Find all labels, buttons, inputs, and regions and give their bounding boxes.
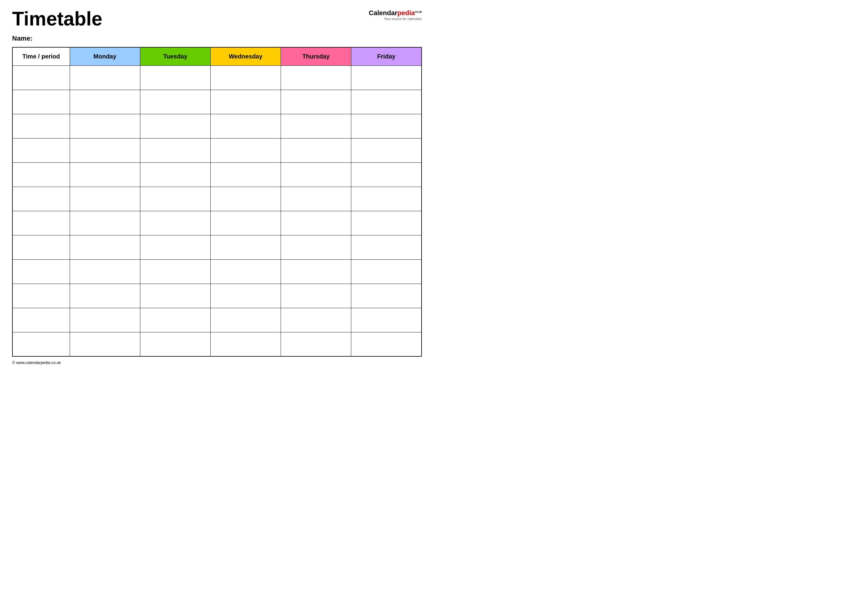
table-cell[interactable] (210, 65, 281, 90)
table-cell[interactable] (210, 211, 281, 235)
logo-subtitle: Your source for calendars (369, 17, 422, 21)
col-header-wednesday: Wednesday (210, 47, 281, 65)
table-cell[interactable] (281, 284, 351, 308)
table-row (12, 284, 422, 308)
col-header-thursday: Thursday (281, 47, 351, 65)
page-header: Timetable Calendarpediaco.uk Your source… (12, 9, 422, 28)
table-cell[interactable] (140, 308, 210, 332)
table-cell[interactable] (70, 90, 140, 114)
table-cell[interactable] (351, 211, 422, 235)
logo-text: Calendarpediaco.uk (369, 9, 422, 17)
table-cell[interactable] (351, 162, 422, 187)
table-row (12, 211, 422, 235)
table-cell[interactable] (210, 138, 281, 162)
table-cell[interactable] (12, 235, 70, 260)
table-cell[interactable] (281, 235, 351, 260)
table-cell[interactable] (281, 332, 351, 356)
logo-pedia: pedia (397, 9, 415, 17)
table-cell[interactable] (140, 65, 210, 90)
logo-couk: co.uk (415, 10, 422, 13)
table-cell[interactable] (70, 162, 140, 187)
table-cell[interactable] (70, 235, 140, 260)
table-cell[interactable] (140, 235, 210, 260)
table-cell[interactable] (12, 114, 70, 138)
timetable: Time / period Monday Tuesday Wednesday T… (12, 47, 422, 357)
table-cell[interactable] (351, 332, 422, 356)
table-cell[interactable] (210, 260, 281, 284)
table-cell[interactable] (12, 211, 70, 235)
table-cell[interactable] (351, 284, 422, 308)
table-cell[interactable] (70, 187, 140, 211)
col-header-time: Time / period (12, 47, 70, 65)
table-cell[interactable] (140, 332, 210, 356)
table-cell[interactable] (210, 235, 281, 260)
table-cell[interactable] (70, 284, 140, 308)
table-cell[interactable] (12, 90, 70, 114)
table-cell[interactable] (12, 162, 70, 187)
table-cell[interactable] (12, 332, 70, 356)
table-row (12, 308, 422, 332)
table-cell[interactable] (351, 65, 422, 90)
table-cell[interactable] (140, 284, 210, 308)
table-cell[interactable] (210, 284, 281, 308)
col-header-tuesday: Tuesday (140, 47, 210, 65)
table-cell[interactable] (12, 284, 70, 308)
table-cell[interactable] (351, 308, 422, 332)
table-cell[interactable] (140, 162, 210, 187)
table-cell[interactable] (140, 90, 210, 114)
table-cell[interactable] (351, 138, 422, 162)
table-cell[interactable] (70, 260, 140, 284)
table-cell[interactable] (12, 138, 70, 162)
table-cell[interactable] (140, 138, 210, 162)
table-row (12, 138, 422, 162)
table-cell[interactable] (281, 162, 351, 187)
table-cell[interactable] (281, 138, 351, 162)
table-cell[interactable] (351, 187, 422, 211)
logo-calendar: Calendar (369, 9, 397, 17)
table-row (12, 332, 422, 356)
table-row (12, 65, 422, 90)
table-cell[interactable] (351, 90, 422, 114)
table-cell[interactable] (210, 114, 281, 138)
table-cell[interactable] (210, 187, 281, 211)
table-cell[interactable] (281, 114, 351, 138)
table-cell[interactable] (210, 162, 281, 187)
table-cell[interactable] (70, 308, 140, 332)
table-row (12, 235, 422, 260)
col-header-friday: Friday (351, 47, 422, 65)
table-row (12, 114, 422, 138)
table-cell[interactable] (210, 90, 281, 114)
logo-area: Calendarpediaco.uk Your source for calen… (369, 9, 422, 21)
col-header-monday: Monday (70, 47, 140, 65)
table-cell[interactable] (70, 65, 140, 90)
table-cell[interactable] (351, 114, 422, 138)
table-cell[interactable] (210, 308, 281, 332)
page-title: Timetable (12, 9, 102, 28)
table-cell[interactable] (70, 332, 140, 356)
table-cell[interactable] (70, 211, 140, 235)
table-cell[interactable] (281, 65, 351, 90)
table-cell[interactable] (140, 114, 210, 138)
table-cell[interactable] (210, 332, 281, 356)
table-cell[interactable] (281, 308, 351, 332)
table-cell[interactable] (281, 187, 351, 211)
table-cell[interactable] (281, 90, 351, 114)
table-cell[interactable] (70, 138, 140, 162)
table-row (12, 260, 422, 284)
table-cell[interactable] (351, 260, 422, 284)
table-cell[interactable] (281, 211, 351, 235)
table-row (12, 187, 422, 211)
timetable-body (12, 65, 422, 356)
footer: © www.calendarpedia.co.uk (12, 360, 422, 365)
table-cell[interactable] (12, 187, 70, 211)
table-cell[interactable] (140, 260, 210, 284)
table-cell[interactable] (12, 65, 70, 90)
table-cell[interactable] (281, 260, 351, 284)
table-cell[interactable] (12, 308, 70, 332)
table-cell[interactable] (70, 114, 140, 138)
table-cell[interactable] (351, 235, 422, 260)
table-cell[interactable] (12, 260, 70, 284)
table-cell[interactable] (140, 187, 210, 211)
table-cell[interactable] (140, 211, 210, 235)
name-label: Name: (12, 34, 422, 42)
